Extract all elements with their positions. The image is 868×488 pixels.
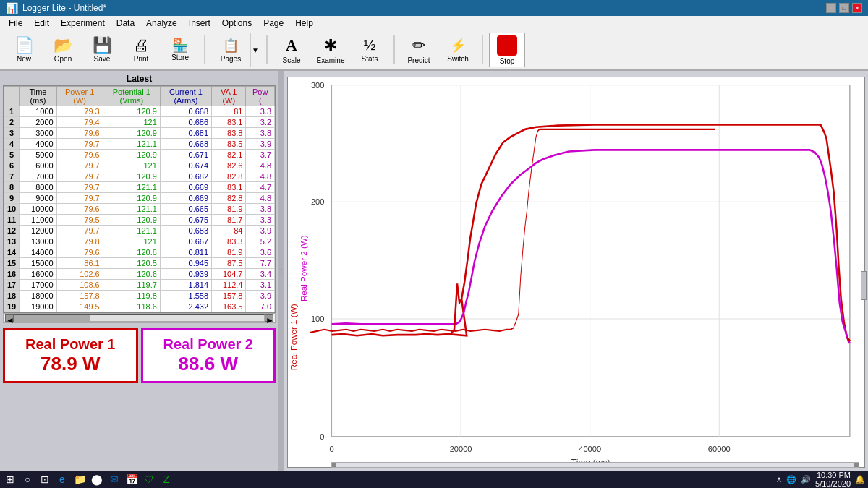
col-header-pot1: Potential 1(Vrms) xyxy=(103,87,160,106)
scale-button[interactable]: A Scale xyxy=(273,33,310,67)
menu-data[interactable]: Data xyxy=(111,17,140,30)
cell-va1: 82.8 xyxy=(212,193,246,204)
table-row: 13 13000 79.8 121 0.667 83.3 5.2 xyxy=(4,236,275,247)
cell-pow: 3.3 xyxy=(246,106,275,117)
cell-rownum: 2 xyxy=(4,117,20,128)
ie-icon[interactable]: e xyxy=(55,472,69,487)
open-button[interactable]: 📂 Open xyxy=(45,33,81,67)
scroll-right-button[interactable]: ► xyxy=(265,314,273,322)
calendar-icon[interactable]: 📅 xyxy=(124,472,139,487)
scroll-left-button[interactable]: ◄ xyxy=(5,314,14,322)
main-content: Latest Time(ms) Power 1(W) Potential 1(V… xyxy=(0,71,868,471)
cell-p1: 149.5 xyxy=(56,301,103,312)
print-button[interactable]: 🖨 Print xyxy=(123,33,159,67)
cell-time: 5000 xyxy=(20,150,56,160)
display-boxes: Real Power 1 78.9 W Real Power 2 88.6 W xyxy=(3,328,276,383)
chart-scrollbar-bottom[interactable] xyxy=(331,462,859,468)
cell-cur1: 0.675 xyxy=(160,215,211,226)
menu-file[interactable]: File xyxy=(3,17,28,30)
cell-cur1: 0.669 xyxy=(160,193,211,204)
table-row: 2 2000 79.4 121 0.686 83.1 3.2 xyxy=(4,117,275,128)
chart-scroll-thumb-left[interactable] xyxy=(332,463,336,467)
resize-handle[interactable]: ⋮ xyxy=(278,71,284,471)
table-scrollbar[interactable]: ◄ ► xyxy=(3,313,276,323)
store-button[interactable]: 🏪 Store xyxy=(162,33,198,67)
table-row: 8 8000 79.7 121.1 0.669 83.1 4.7 xyxy=(4,182,275,193)
menu-insert[interactable]: Insert xyxy=(183,17,216,30)
titlebar: 📊 Logger Lite - Untitled* — □ ✕ xyxy=(0,0,868,16)
cell-rownum: 14 xyxy=(4,247,20,258)
save-button[interactable]: 💾 Save xyxy=(84,33,120,67)
cell-pow: 4.8 xyxy=(246,160,275,171)
cell-cur1: 0.683 xyxy=(160,226,211,236)
cell-cur1: 2.432 xyxy=(160,301,211,312)
cell-rownum: 8 xyxy=(4,182,20,193)
vpn-icon[interactable]: 🛡 xyxy=(142,472,156,487)
y-label-0: 0 xyxy=(320,432,324,441)
menu-help[interactable]: Help xyxy=(289,17,319,30)
cell-p1: 79.4 xyxy=(56,117,103,128)
stop-icon xyxy=(497,35,517,56)
table-row: 5 5000 79.6 120.9 0.671 82.1 3.7 xyxy=(4,150,275,160)
menu-edit[interactable]: Edit xyxy=(28,17,55,30)
chrome-icon[interactable]: ⬤ xyxy=(90,472,104,487)
switch-button[interactable]: ⚡ Switch xyxy=(440,33,476,67)
cell-va1: 83.5 xyxy=(212,139,246,150)
cell-time: 17000 xyxy=(20,280,56,291)
save-icon: 💾 xyxy=(93,38,112,53)
menu-options[interactable]: Options xyxy=(216,17,258,30)
cell-rownum: 19 xyxy=(4,301,20,312)
col-header-p1: Power 1(W) xyxy=(56,87,103,106)
cell-p1: 86.1 xyxy=(56,258,103,269)
notifications-button[interactable]: 🔔 xyxy=(855,475,865,484)
task-view-button[interactable]: ⊡ xyxy=(38,472,52,487)
cell-pot1: 121.1 xyxy=(103,182,160,193)
cell-time: 11000 xyxy=(20,215,56,226)
taskbar-chevron[interactable]: ∧ xyxy=(776,475,782,484)
cell-va1: 112.4 xyxy=(212,280,246,291)
cell-pot1: 120.9 xyxy=(103,128,160,139)
examine-button[interactable]: ✱ Examine xyxy=(312,33,349,67)
explorer-icon[interactable]: 📁 xyxy=(72,472,87,487)
minimize-button[interactable]: — xyxy=(826,3,836,13)
pages-button[interactable]: 📋 Pages xyxy=(211,33,250,67)
table-row: 19 19000 149.5 118.6 2.432 163.5 7.0 xyxy=(4,301,275,312)
menu-page[interactable]: Page xyxy=(258,17,289,30)
menu-analyze[interactable]: Analyze xyxy=(140,17,183,30)
cell-cur1: 0.671 xyxy=(160,150,211,160)
menu-experiment[interactable]: Experiment xyxy=(55,17,111,30)
app5-icon[interactable]: Z xyxy=(159,472,174,487)
cell-va1: 83.1 xyxy=(212,117,246,128)
scrollbar-thumb[interactable] xyxy=(14,315,90,321)
cell-p1: 79.6 xyxy=(56,204,103,215)
cell-time: 19000 xyxy=(20,301,56,312)
cell-pow: 4.8 xyxy=(246,171,275,182)
cell-va1: 81.9 xyxy=(212,247,246,258)
cell-pow: 7.0 xyxy=(246,301,275,312)
stats-button[interactable]: ½ Stats xyxy=(352,33,388,67)
app-icon: 📊 xyxy=(6,2,18,14)
cell-time: 16000 xyxy=(20,269,56,280)
chart-scroll-thumb-right[interactable] xyxy=(854,463,859,467)
search-button[interactable]: ○ xyxy=(20,472,35,487)
predict-icon: ✏ xyxy=(412,36,425,55)
mail-icon[interactable]: ✉ xyxy=(107,472,122,487)
cell-time: 10000 xyxy=(20,204,56,215)
pages-dropdown[interactable]: ▼ xyxy=(250,33,260,67)
cell-cur1: 0.668 xyxy=(160,139,211,150)
start-button[interactable]: ⊞ xyxy=(3,472,17,487)
cell-pow: 3.6 xyxy=(246,247,275,258)
cell-pow: 3.9 xyxy=(246,291,275,301)
power1-value: 78.9 W xyxy=(41,353,100,375)
cell-va1: 163.5 xyxy=(212,301,246,312)
chart-scrollbar-right[interactable] xyxy=(861,271,867,300)
maximize-button[interactable]: □ xyxy=(839,3,849,13)
scrollbar-track[interactable] xyxy=(14,314,265,322)
y-axis-title-2: Real Power 2 (W) xyxy=(299,235,308,301)
predict-button[interactable]: ✏ Predict xyxy=(401,33,437,67)
stop-button[interactable]: Stop xyxy=(489,33,525,67)
x-label-40000: 40000 xyxy=(579,445,601,453)
scale-icon: A xyxy=(286,36,297,55)
close-button[interactable]: ✕ xyxy=(852,3,862,13)
new-button[interactable]: 📄 New xyxy=(6,33,42,67)
